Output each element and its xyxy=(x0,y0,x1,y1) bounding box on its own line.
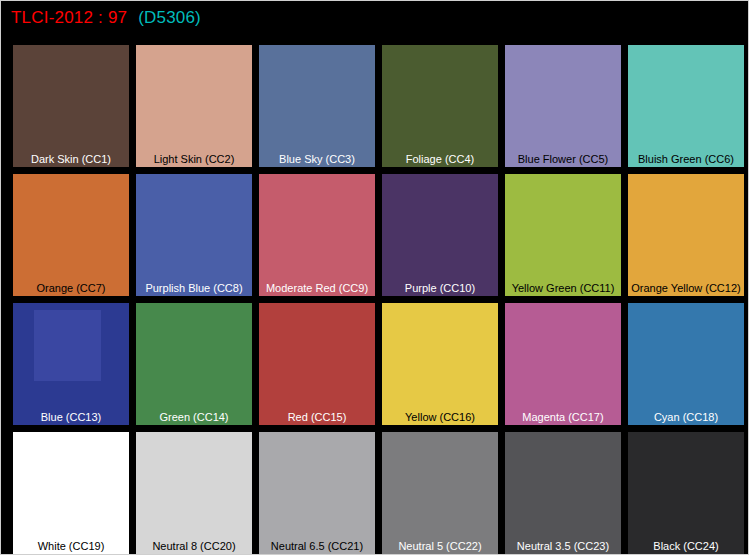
patch-label: Yellow Green (CC11) xyxy=(505,282,621,295)
patch-label: Cyan (CC18) xyxy=(628,411,744,424)
color-patch-cc15: Red (CC15) xyxy=(259,303,375,425)
patch-label: Red (CC15) xyxy=(259,411,375,424)
color-patch-cc14: Green (CC14) xyxy=(136,303,252,425)
color-patch-cc24: Black (CC24) xyxy=(628,432,744,554)
color-patch-cc4: Foliage (CC4) xyxy=(382,45,498,167)
color-patch-cc18: Cyan (CC18) xyxy=(628,303,744,425)
color-patch-cc3: Blue Sky (CC3) xyxy=(259,45,375,167)
color-patch-cc6: Bluish Green (CC6) xyxy=(628,45,744,167)
color-patch-cc5: Blue Flower (CC5) xyxy=(505,45,621,167)
patch-label: Dark Skin (CC1) xyxy=(13,153,129,166)
color-patch-cc1: Dark Skin (CC1) xyxy=(13,45,129,167)
tlci-chart-window: TLCI-2012 : 97 (D5306) Dark Skin (CC1)Li… xyxy=(0,0,749,555)
color-patch-cc17: Magenta (CC17) xyxy=(505,303,621,425)
color-patch-cc21: Neutral 6.5 (CC21) xyxy=(259,432,375,554)
color-patch-cc2: Light Skin (CC2) xyxy=(136,45,252,167)
patch-label: Light Skin (CC2) xyxy=(136,153,252,166)
patch-label: Magenta (CC17) xyxy=(505,411,621,424)
patch-label: Blue Sky (CC3) xyxy=(259,153,375,166)
patch-label: Purplish Blue (CC8) xyxy=(136,282,252,295)
patch-label: Orange (CC7) xyxy=(13,282,129,295)
patch-label: Green (CC14) xyxy=(136,411,252,424)
color-patch-cc7: Orange (CC7) xyxy=(13,174,129,296)
patch-label: White (CC19) xyxy=(13,540,129,553)
color-patch-cc19: White (CC19) xyxy=(13,432,129,554)
patch-label: Foliage (CC4) xyxy=(382,153,498,166)
color-patch-cc11: Yellow Green (CC11) xyxy=(505,174,621,296)
patch-inner-region xyxy=(34,310,101,381)
title-bar: TLCI-2012 : 97 (D5306) xyxy=(11,8,201,28)
color-patch-cc12: Orange Yellow (CC12) xyxy=(628,174,744,296)
patch-label: Purple (CC10) xyxy=(382,282,498,295)
patch-label: Neutral 8 (CC20) xyxy=(136,540,252,553)
color-patch-cc23: Neutral 3.5 (CC23) xyxy=(505,432,621,554)
color-checker-grid: Dark Skin (CC1)Light Skin (CC2)Blue Sky … xyxy=(13,45,744,554)
color-patch-cc9: Moderate Red (CC9) xyxy=(259,174,375,296)
color-patch-cc22: Neutral 5 (CC22) xyxy=(382,432,498,554)
patch-label: Neutral 6.5 (CC21) xyxy=(259,540,375,553)
patch-label: Neutral 5 (CC22) xyxy=(382,540,498,553)
patch-label: Yellow (CC16) xyxy=(382,411,498,424)
patch-label: Black (CC24) xyxy=(628,540,744,553)
color-patch-cc10: Purple (CC10) xyxy=(382,174,498,296)
illuminant-label: (D5306) xyxy=(138,8,201,27)
patch-label: Blue (CC13) xyxy=(13,411,129,424)
color-patch-cc8: Purplish Blue (CC8) xyxy=(136,174,252,296)
patch-label: Orange Yellow (CC12) xyxy=(628,282,744,295)
tlci-score-label: TLCI-2012 : 97 xyxy=(11,8,127,27)
color-patch-cc20: Neutral 8 (CC20) xyxy=(136,432,252,554)
patch-label: Blue Flower (CC5) xyxy=(505,153,621,166)
color-patch-cc13: Blue (CC13) xyxy=(13,303,129,425)
patch-label: Moderate Red (CC9) xyxy=(259,282,375,295)
patch-label: Bluish Green (CC6) xyxy=(628,153,744,166)
patch-label: Neutral 3.5 (CC23) xyxy=(505,540,621,553)
color-patch-cc16: Yellow (CC16) xyxy=(382,303,498,425)
